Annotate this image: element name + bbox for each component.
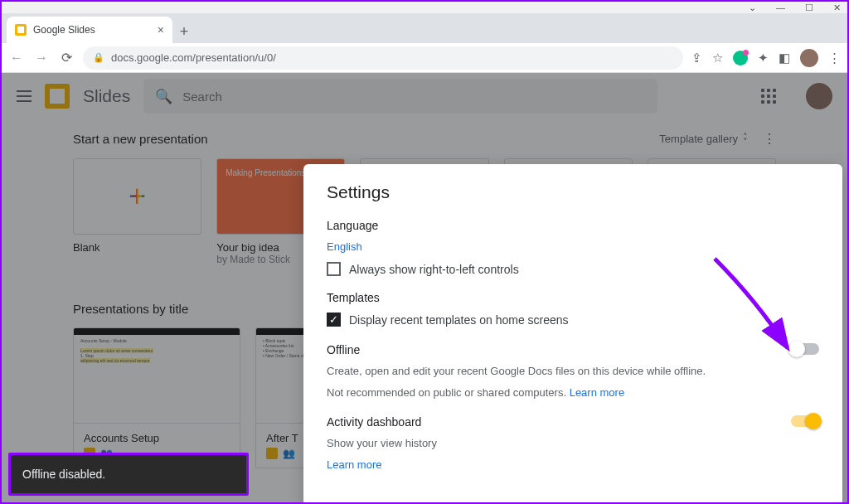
language-heading: Language <box>327 219 819 232</box>
minimize-icon[interactable]: — <box>776 2 785 12</box>
menu-kebab-icon[interactable]: ⋮ <box>828 51 841 65</box>
omnibox[interactable]: 🔒 docs.google.com/presentation/u/0/ <box>83 46 683 70</box>
activity-toggle[interactable] <box>791 415 819 427</box>
offline-toggle[interactable] <box>791 343 819 355</box>
settings-dialog: Settings Language English Always show ri… <box>303 164 842 504</box>
rtl-checkbox[interactable] <box>327 262 341 276</box>
templates-heading-setting: Templates <box>327 291 819 304</box>
maximize-icon[interactable]: ☐ <box>805 2 813 13</box>
chevron-down-icon[interactable]: ⌄ <box>749 2 756 13</box>
tab-strip: Google Slides × + <box>2 13 847 43</box>
activity-heading: Activity dashboard <box>327 415 819 429</box>
address-bar: ← → ⟳ 🔒 docs.google.com/presentation/u/0… <box>2 43 847 73</box>
templates-label: Display recent templates on home screens <box>349 313 569 327</box>
tab-title: Google Slides <box>33 24 95 36</box>
extension-icon[interactable] <box>733 51 748 65</box>
share-icon[interactable]: ⇪ <box>691 51 702 65</box>
close-window-icon[interactable]: ✕ <box>833 2 841 13</box>
back-icon[interactable]: ← <box>8 51 25 65</box>
activity-learn-more-link[interactable]: Learn more <box>327 458 381 471</box>
forward-icon: → <box>33 51 50 65</box>
offline-heading: Offline <box>327 343 819 356</box>
templates-checkbox[interactable]: ✓ <box>327 313 341 327</box>
toast-notification: Offline disabled. <box>8 453 249 496</box>
profile-avatar-icon[interactable] <box>800 49 818 67</box>
offline-warning: Not recommended on public or shared comp… <box>327 385 819 401</box>
activity-description: Show your view history <box>327 435 819 452</box>
lock-icon: 🔒 <box>93 52 104 63</box>
toast-message: Offline disabled. <box>22 468 105 481</box>
language-link[interactable]: English <box>327 240 362 253</box>
settings-title: Settings <box>327 182 819 202</box>
new-tab-button[interactable]: + <box>172 20 196 43</box>
browser-tab[interactable]: Google Slides × <box>7 17 172 43</box>
slides-favicon-icon <box>15 24 27 36</box>
offline-description: Create, open and edit your recent Google… <box>327 363 819 380</box>
sidepanel-icon[interactable]: ◧ <box>779 51 790 65</box>
close-tab-icon[interactable]: × <box>158 23 164 36</box>
offline-learn-more-link[interactable]: Learn more <box>570 386 624 399</box>
extensions-puzzle-icon[interactable]: ✦ <box>758 51 769 65</box>
window-titlebar: ⌄ — ☐ ✕ <box>2 2 847 13</box>
rtl-label: Always show right-to-left controls <box>349 263 519 276</box>
bookmark-icon[interactable]: ☆ <box>712 51 723 65</box>
url-text: docs.google.com/presentation/u/0/ <box>111 51 276 64</box>
reload-icon[interactable]: ⟳ <box>58 50 75 65</box>
